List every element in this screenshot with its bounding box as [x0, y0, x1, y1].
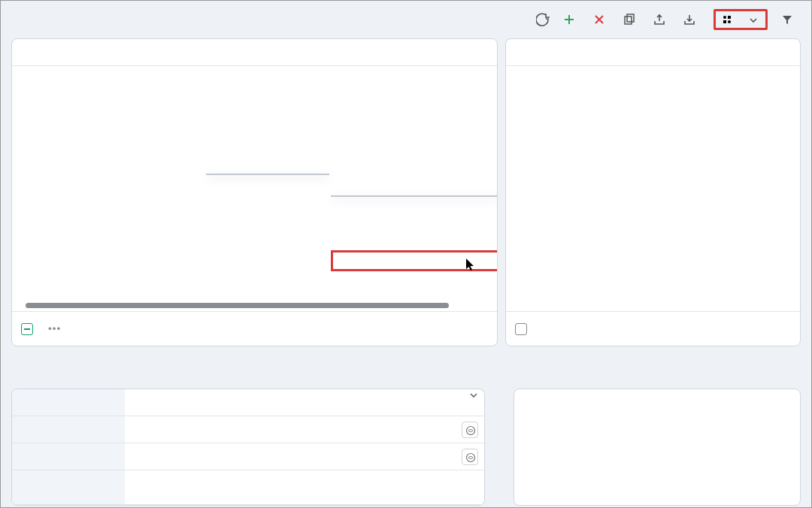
- selection-footer: •••: [12, 311, 497, 346]
- table-rows: [12, 66, 497, 311]
- grid-icon: [722, 14, 732, 25]
- more-actions-icon[interactable]: •••: [48, 323, 61, 334]
- detail-tabs: [11, 354, 498, 384]
- plus-icon: [563, 14, 575, 26]
- add-product-button[interactable]: [563, 14, 580, 26]
- variants-panel: [505, 38, 801, 346]
- chevron-down-icon: [747, 14, 758, 25]
- variant-detail-tabs: [506, 354, 801, 384]
- details-form: [11, 389, 485, 506]
- title-sub-field[interactable]: [125, 443, 484, 470]
- variant-selection-footer: [506, 311, 800, 346]
- bulk-editors-button[interactable]: [714, 9, 768, 30]
- ai-button[interactable]: [462, 422, 478, 438]
- export-icon: [653, 14, 665, 26]
- description-field[interactable]: [125, 470, 484, 504]
- products-table-panel: •••: [11, 38, 498, 346]
- indeterminate-checkbox[interactable]: [21, 323, 33, 335]
- filter-button[interactable]: [781, 14, 798, 26]
- cursor-icon: [466, 259, 475, 274]
- export-button[interactable]: [653, 14, 670, 26]
- title-sub-label: [12, 443, 125, 470]
- table-header: [12, 39, 497, 66]
- duplicate-icon: [623, 14, 635, 26]
- import-icon: [683, 14, 695, 26]
- product-status-label: [12, 389, 125, 416]
- variant-details-form: [514, 389, 801, 506]
- refresh-button[interactable]: [536, 13, 550, 26]
- variants-header: [506, 39, 800, 66]
- context-menu[interactable]: [206, 174, 329, 175]
- x-icon: [593, 14, 605, 26]
- filter-icon: [781, 14, 793, 26]
- bulk-editors-submenu[interactable]: [331, 195, 498, 197]
- delete-product-button[interactable]: [593, 14, 610, 26]
- description-label: [12, 470, 125, 504]
- title-label: [12, 416, 125, 443]
- import-button[interactable]: [683, 14, 700, 26]
- product-status-select[interactable]: [125, 389, 484, 400]
- ai-button[interactable]: [462, 449, 478, 465]
- chevron-down-icon: [468, 389, 478, 400]
- horizontal-scrollbar[interactable]: [26, 303, 449, 308]
- variant-checkbox[interactable]: [515, 323, 527, 335]
- duplicate-button[interactable]: [623, 14, 640, 26]
- title-field[interactable]: [125, 416, 484, 443]
